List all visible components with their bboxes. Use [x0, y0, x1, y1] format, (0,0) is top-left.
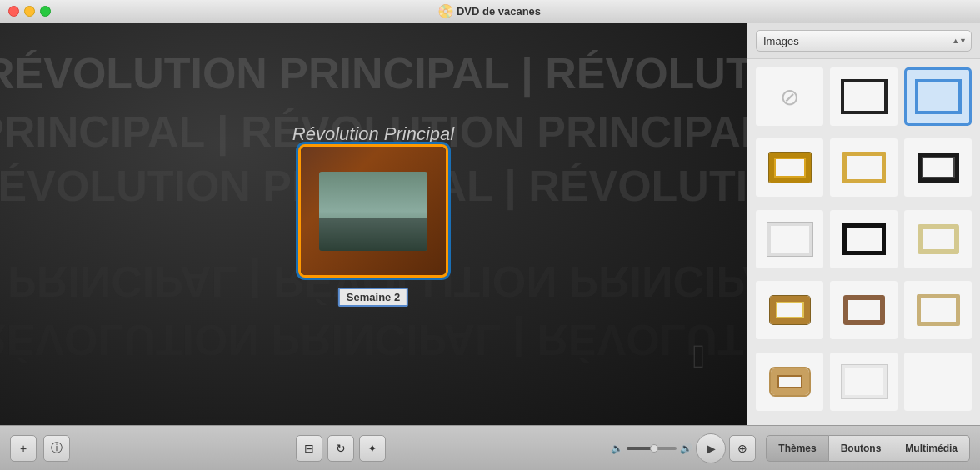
dropdown-value: Images	[763, 35, 799, 48]
frame-none[interactable]: ⊘	[756, 68, 823, 126]
frame-white-rect[interactable]	[830, 352, 898, 411]
thin-black-frame	[841, 79, 888, 114]
volume-thumb[interactable]	[650, 444, 658, 452]
apple-watermark: 	[692, 338, 705, 375]
panel-header: Images ▲▼	[748, 23, 980, 59]
ornate-brown-frame	[771, 368, 809, 395]
toolbar: + ⓘ ⊟ ↻ ✦ 🔈 🔊 ▶ ⊕ Thèmes	[0, 425, 980, 470]
volume-min-icon: 🔈	[611, 442, 623, 454]
tv-screen	[319, 172, 428, 251]
info-button[interactable]: ⓘ	[43, 435, 70, 462]
fullscreen-icon: ⊕	[738, 442, 748, 455]
tv-screen-content	[319, 172, 428, 251]
play-icon: ▶	[707, 442, 716, 455]
transform-icon: ✦	[368, 442, 378, 455]
titlebar: 📀 DVD de vacanes	[0, 0, 980, 23]
window-title: DVD de vacanes	[457, 5, 541, 18]
main-content: RÉVOLUTION PRINCIPAL | RÉVOLUTION PRINCI…	[0, 23, 980, 425]
frame-black-modern[interactable]	[830, 210, 898, 268]
network-button[interactable]: ⊟	[296, 435, 322, 462]
frame-brown-worn[interactable]	[830, 281, 898, 339]
chevron-down-icon: ▲▼	[952, 37, 967, 45]
frame-ornate-gold-thin[interactable]	[756, 138, 823, 197]
tv-frame	[301, 147, 446, 275]
network-icon: ⊟	[304, 442, 314, 455]
ornate-gold-thin-frame	[769, 152, 811, 182]
frame-thin-black[interactable]	[830, 68, 898, 126]
dvd-preview: RÉVOLUTION PRINCIPAL | RÉVOLUTION PRINCI…	[0, 23, 747, 425]
brown-worn-frame	[843, 295, 885, 325]
frame-ornate-brown[interactable]	[756, 352, 823, 411]
close-button[interactable]	[8, 6, 19, 17]
blue-selected-frame	[915, 79, 962, 114]
fullscreen-button[interactable]: ⊕	[729, 435, 756, 462]
canvas-area: RÉVOLUTION PRINCIPAL | RÉVOLUTION PRINCI…	[0, 23, 747, 425]
right-panel: Images ▲▼ ⊘	[747, 23, 980, 425]
play-button[interactable]: ▶	[696, 433, 726, 463]
frame-gold-simple[interactable]	[830, 138, 898, 197]
frame-antique-gold[interactable]	[756, 281, 823, 339]
add-button[interactable]: +	[10, 435, 37, 462]
toolbar-center: ⊟ ↻ ✦	[77, 435, 604, 462]
chapter-label: Semaine 2	[338, 288, 408, 307]
cream-worn-frame	[918, 224, 959, 254]
volume-track[interactable]	[627, 447, 677, 450]
bg-text-5: RÉVOLUTION PRINCIPAL | RÉVOLUTION PRINCI…	[0, 315, 747, 365]
bg-text-1: RÉVOLUTION PRINCIPAL | RÉVOLUTION PRINCI…	[0, 48, 747, 98]
volume-area: 🔈 🔊	[611, 442, 692, 454]
dvd-icon: 📀	[439, 5, 452, 18]
frame-white-simple[interactable]	[756, 210, 823, 268]
transform-button[interactable]: ✦	[359, 435, 386, 462]
frame-light-wood2[interactable]	[904, 281, 972, 339]
tab-buttons[interactable]: Boutons	[829, 435, 894, 462]
white-simple-frame	[768, 222, 812, 256]
black-modern-frame	[842, 223, 886, 255]
volume-max-icon: 🔊	[680, 442, 692, 454]
frame-blue-selected[interactable]	[904, 68, 972, 126]
video-thumbnail-container[interactable]: Semaine 2	[298, 144, 448, 278]
video-thumbnail-outer	[298, 144, 448, 278]
rotate-icon: ↻	[336, 442, 346, 455]
gold-simple-frame	[842, 152, 886, 183]
tab-multimedia[interactable]: Multimédia	[893, 435, 970, 462]
rotate-button[interactable]: ↻	[328, 435, 354, 462]
tab-themes[interactable]: Thèmes	[766, 435, 828, 462]
dark-double-frame	[918, 152, 959, 182]
chapter-title: Révolution Principal	[292, 123, 454, 145]
frame-empty[interactable]	[904, 352, 972, 411]
street-scene	[319, 218, 428, 251]
tab-group: Thèmes Boutons Multimédia	[766, 435, 970, 462]
window-controls[interactable]	[8, 6, 51, 17]
dropdown-wrapper: Images ▲▼	[756, 30, 972, 52]
images-dropdown[interactable]: Images ▲▼	[756, 30, 972, 52]
no-frame-icon: ⊘	[780, 83, 799, 111]
minimize-button[interactable]	[24, 6, 35, 17]
light-wood2-frame	[917, 294, 960, 326]
frame-dark-double[interactable]	[904, 138, 972, 197]
frame-cream-worn[interactable]	[904, 210, 972, 268]
maximize-button[interactable]	[40, 6, 51, 17]
toolbar-right: 🔈 🔊 ▶ ⊕ Thèmes Boutons Multimédia	[611, 433, 970, 463]
antique-gold-frame	[770, 296, 810, 324]
info-icon: ⓘ	[51, 441, 62, 456]
frames-grid: ⊘	[748, 59, 980, 425]
white-rect-frame	[842, 365, 887, 398]
